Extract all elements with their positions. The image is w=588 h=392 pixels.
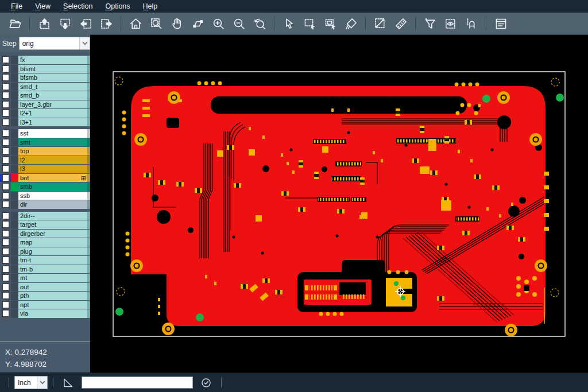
layer-name[interactable]: bfsmt — [18, 65, 90, 73]
clear-brush-icon[interactable] — [342, 15, 359, 32]
layer-color-swatch[interactable] — [11, 230, 18, 238]
layer-visibility-checkbox[interactable] — [0, 165, 11, 173]
layer-name[interactable]: bot⊞ — [18, 174, 90, 183]
layer-visibility-checkbox[interactable] — [0, 156, 11, 165]
layer-visibility-checkbox[interactable] — [0, 283, 11, 292]
layer-visibility-checkbox[interactable] — [0, 200, 11, 209]
layer-name[interactable]: bfsmb — [18, 73, 90, 82]
angle-measure-icon[interactable] — [61, 375, 76, 390]
layer-row-pth[interactable]: pth — [0, 292, 90, 300]
zoom-window-icon[interactable] — [189, 15, 206, 32]
layer-visibility-checkbox[interactable] — [0, 301, 11, 309]
layer-row-dir[interactable]: dir — [0, 200, 90, 209]
layer-color-swatch[interactable] — [11, 83, 18, 91]
measure-ruler-icon[interactable] — [392, 15, 409, 32]
home-view-icon[interactable] — [127, 15, 144, 32]
step-combobox[interactable]: orig — [19, 37, 90, 50]
layer-color-swatch[interactable] — [11, 256, 18, 265]
layer-visibility-checkbox[interactable] — [0, 230, 11, 238]
layer-visibility-checkbox[interactable] — [0, 65, 11, 73]
layer-visibility-checkbox[interactable] — [0, 292, 11, 300]
layer-row-target[interactable]: target — [0, 220, 90, 229]
layer-visibility-checkbox[interactable] — [0, 83, 11, 91]
layer-row-l2+1[interactable]: l2+1 — [0, 109, 90, 118]
layer-visibility-checkbox[interactable] — [0, 138, 11, 147]
layer-row-bfsmt[interactable]: bfsmt — [0, 65, 90, 73]
layer-color-swatch[interactable] — [11, 156, 18, 165]
layer-name[interactable]: layer_3.gbr — [18, 100, 90, 109]
select-group-icon[interactable] — [322, 15, 339, 32]
layer-visibility-checkbox[interactable] — [0, 238, 11, 247]
layer-row-sst[interactable]: sst — [0, 129, 90, 138]
layer-color-swatch[interactable] — [11, 283, 18, 292]
layer-color-swatch[interactable] — [11, 220, 18, 229]
layer-name[interactable]: dirgerber — [18, 230, 90, 238]
shift-right-icon[interactable] — [98, 15, 115, 32]
zoom-previous-icon[interactable] — [251, 15, 268, 32]
layer-row-smb[interactable]: smb — [0, 183, 90, 191]
layer-visibility-checkbox[interactable] — [0, 129, 11, 138]
layer-color-swatch[interactable] — [11, 165, 18, 173]
shift-down-icon[interactable] — [56, 15, 74, 32]
layer-row-l2[interactable]: l2 — [0, 156, 90, 165]
layer-row-smd_t[interactable]: smd_t — [0, 83, 90, 91]
layer-color-swatch[interactable] — [11, 118, 18, 127]
shift-left-icon[interactable] — [77, 15, 94, 32]
layer-row-l3[interactable]: l3 — [0, 165, 90, 173]
layer-name[interactable]: npt — [18, 301, 90, 309]
layer-row-2dir--[interactable]: 2dir-- — [0, 212, 90, 220]
layer-visibility-checkbox[interactable] — [0, 100, 11, 109]
layer-color-swatch[interactable] — [11, 56, 18, 64]
menu-options[interactable]: Options — [99, 2, 136, 10]
menu-view[interactable]: View — [29, 2, 57, 10]
layer-name[interactable]: top — [18, 147, 90, 156]
layer-color-swatch[interactable] — [11, 301, 18, 309]
layer-row-ssb[interactable]: ssb — [0, 192, 90, 200]
layer-name[interactable]: l3+1 — [18, 118, 90, 127]
menu-help[interactable]: Help — [137, 2, 164, 10]
layer-name[interactable]: mt — [18, 274, 90, 282]
layer-row-smt[interactable]: smt — [0, 138, 90, 147]
pan-hand-icon[interactable] — [168, 15, 185, 32]
layer-row-out[interactable]: out — [0, 283, 90, 292]
zoom-out-icon[interactable] — [230, 15, 247, 32]
layer-row-mt[interactable]: mt — [0, 274, 90, 282]
layer-row-tm-t[interactable]: tm-t — [0, 256, 90, 265]
layer-visibility-checkbox[interactable] — [0, 147, 11, 156]
layer-row-dirgerber[interactable]: dirgerber — [0, 230, 90, 238]
layer-name[interactable]: smb — [18, 183, 90, 191]
layer-row-tm-b[interactable]: tm-b — [0, 265, 90, 274]
command-input[interactable] — [82, 377, 193, 389]
layer-visibility-checkbox[interactable] — [0, 174, 11, 183]
zoom-region-icon[interactable] — [148, 15, 165, 32]
layer-row-bfsmb[interactable]: bfsmb — [0, 73, 90, 82]
layer-visibility-checkbox[interactable] — [0, 220, 11, 229]
layer-row-map[interactable]: map — [0, 238, 90, 247]
layer-row-plug[interactable]: plug — [0, 247, 90, 256]
layer-name[interactable]: pth — [18, 292, 90, 300]
layer-color-swatch[interactable] — [11, 91, 18, 100]
apply-refresh-icon[interactable] — [199, 375, 214, 390]
layer-color-swatch[interactable] — [11, 212, 18, 220]
layer-color-swatch[interactable] — [11, 309, 18, 318]
layer-visibility-checkbox[interactable] — [0, 91, 11, 100]
layer-color-swatch[interactable] — [11, 192, 18, 200]
layer-color-swatch[interactable] — [11, 129, 18, 138]
select-arrow-icon[interactable] — [280, 15, 297, 32]
layer-row-smd_b[interactable]: smd_b — [0, 91, 90, 100]
layer-visibility-checkbox[interactable] — [0, 256, 11, 265]
layer-name[interactable]: l3 — [18, 165, 90, 173]
shift-up-icon[interactable] — [36, 15, 53, 32]
open-file-icon[interactable] — [6, 15, 24, 32]
menu-file[interactable]: File — [5, 2, 29, 10]
layer-name[interactable]: smt — [18, 138, 90, 147]
chevron-down-icon[interactable] — [79, 37, 90, 49]
layer-color-swatch[interactable] — [11, 147, 18, 156]
layer-visibility-checkbox[interactable] — [0, 56, 11, 64]
zoom-in-icon[interactable] — [210, 15, 227, 32]
layer-row-npt[interactable]: npt — [0, 301, 90, 309]
layer-color-swatch[interactable] — [11, 183, 18, 191]
layer-name[interactable]: tm-b — [18, 265, 90, 274]
layer-visibility-checkbox[interactable] — [0, 118, 11, 127]
chevron-down-icon[interactable] — [37, 377, 47, 389]
